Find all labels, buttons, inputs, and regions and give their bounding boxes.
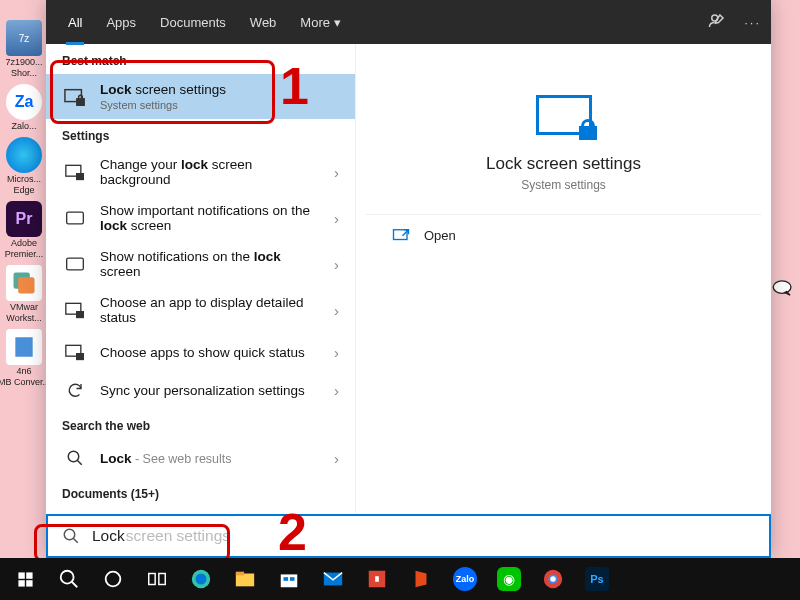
svg-rect-24 [149, 574, 155, 585]
search-autocomplete-hint: screen settings [126, 527, 230, 545]
desktop-icon[interactable]: Micros...Edge [2, 137, 46, 195]
svg-point-3 [773, 281, 791, 293]
detail-action-open[interactable]: Open [366, 214, 761, 255]
svg-rect-29 [236, 572, 244, 576]
result-detailed-status[interactable]: Choose an app to display detailed status… [46, 287, 355, 333]
svg-rect-30 [281, 574, 298, 587]
music-icon[interactable] [356, 559, 398, 599]
section-documents: Documents (15+) [46, 477, 355, 507]
desktop-icons: 7z7z1900...Shor... ZaZalo... Micros...Ed… [2, 20, 46, 387]
result-show-notifications[interactable]: Show notifications on the lock screen › [46, 241, 355, 287]
feedback-icon[interactable] [708, 12, 726, 33]
search-input-bar[interactable]: Lock screen settings [46, 514, 771, 558]
svg-rect-8 [77, 174, 84, 180]
cortana-icon[interactable] [92, 559, 134, 599]
chevron-right-icon: › [334, 302, 339, 319]
chevron-right-icon: › [334, 210, 339, 227]
section-settings: Settings [46, 119, 355, 149]
office-icon[interactable] [400, 559, 442, 599]
svg-rect-12 [77, 312, 84, 318]
chevron-right-icon: › [334, 382, 339, 399]
svg-rect-10 [67, 258, 84, 270]
search-tabs-header: All Apps Documents Web More ▾ ··· [46, 0, 771, 44]
svg-rect-2 [15, 337, 32, 357]
svg-rect-9 [67, 212, 84, 224]
desktop-icon[interactable]: VMwarWorkst... [2, 265, 46, 323]
photoshop-icon[interactable]: Ps [576, 559, 618, 599]
result-important-notifications[interactable]: Show important notifications on the lock… [46, 195, 355, 241]
svg-rect-16 [394, 230, 408, 240]
chevron-down-icon: ▾ [334, 15, 341, 30]
section-best-match: Best match [46, 44, 355, 74]
desktop-icon[interactable]: 4n6MB Conver... [2, 329, 46, 387]
chevron-right-icon: › [334, 450, 339, 467]
search-icon [62, 527, 80, 545]
svg-rect-19 [26, 572, 32, 578]
search-panel: All Apps Documents Web More ▾ ··· Best m… [46, 0, 771, 558]
svg-point-17 [64, 529, 75, 540]
chevron-right-icon: › [334, 164, 339, 181]
tab-apps[interactable]: Apps [94, 0, 148, 44]
search-results-list: Best match Lock screen settingsSystem se… [46, 44, 356, 558]
tab-more[interactable]: More ▾ [288, 0, 352, 44]
edge-icon[interactable] [180, 559, 222, 599]
svg-rect-1 [18, 277, 34, 293]
svg-rect-35 [375, 576, 379, 582]
svg-point-22 [61, 571, 74, 584]
speech-bubble-icon [772, 280, 794, 296]
tab-documents[interactable]: Documents [148, 0, 238, 44]
svg-point-23 [106, 572, 121, 587]
svg-rect-20 [18, 580, 24, 586]
chevron-right-icon: › [334, 256, 339, 273]
detail-title: Lock screen settings [486, 154, 641, 174]
desktop-icon[interactable]: 7z7z1900...Shor... [2, 20, 46, 78]
explorer-icon[interactable] [224, 559, 266, 599]
detail-subtitle: System settings [521, 178, 606, 192]
taskbar-search-icon[interactable] [48, 559, 90, 599]
result-sync-personalization[interactable]: Sync your personalization settings › [46, 371, 355, 409]
svg-point-15 [68, 451, 79, 462]
start-button[interactable] [4, 559, 46, 599]
section-search-web: Search the web [46, 409, 355, 439]
more-icon[interactable]: ··· [744, 15, 761, 30]
result-change-background[interactable]: Change your lock screen background › [46, 149, 355, 195]
svg-rect-31 [284, 577, 289, 581]
svg-rect-6 [77, 98, 84, 104]
mail-icon[interactable] [312, 559, 354, 599]
svg-point-38 [550, 576, 556, 582]
svg-rect-21 [26, 580, 32, 586]
svg-rect-25 [159, 574, 165, 585]
taskbar: Zalo ◉ Ps [0, 558, 800, 600]
tab-web[interactable]: Web [238, 0, 289, 44]
svg-rect-18 [18, 572, 24, 578]
lock-screen-icon [529, 90, 599, 140]
result-quick-status[interactable]: Choose apps to show quick status › [46, 333, 355, 371]
svg-rect-28 [236, 574, 254, 587]
chevron-right-icon: › [334, 344, 339, 361]
desktop-icon[interactable]: PrAdobePremier... [2, 201, 46, 259]
chrome-icon[interactable] [532, 559, 574, 599]
search-typed-text: Lock [92, 527, 125, 545]
line-icon[interactable]: ◉ [488, 559, 530, 599]
result-lock-screen-settings[interactable]: Lock screen settingsSystem settings [46, 74, 355, 119]
svg-point-27 [196, 574, 207, 585]
search-detail-pane: Lock screen settings System settings Ope… [356, 44, 771, 558]
tab-all[interactable]: All [56, 0, 94, 44]
zalo-icon[interactable]: Zalo [444, 559, 486, 599]
open-icon [392, 227, 410, 243]
store-icon[interactable] [268, 559, 310, 599]
svg-rect-14 [77, 354, 84, 360]
result-web-lock[interactable]: Lock - See web results › [46, 439, 355, 477]
task-view-icon[interactable] [136, 559, 178, 599]
desktop-icon[interactable]: ZaZalo... [2, 84, 46, 131]
svg-rect-32 [290, 577, 295, 581]
